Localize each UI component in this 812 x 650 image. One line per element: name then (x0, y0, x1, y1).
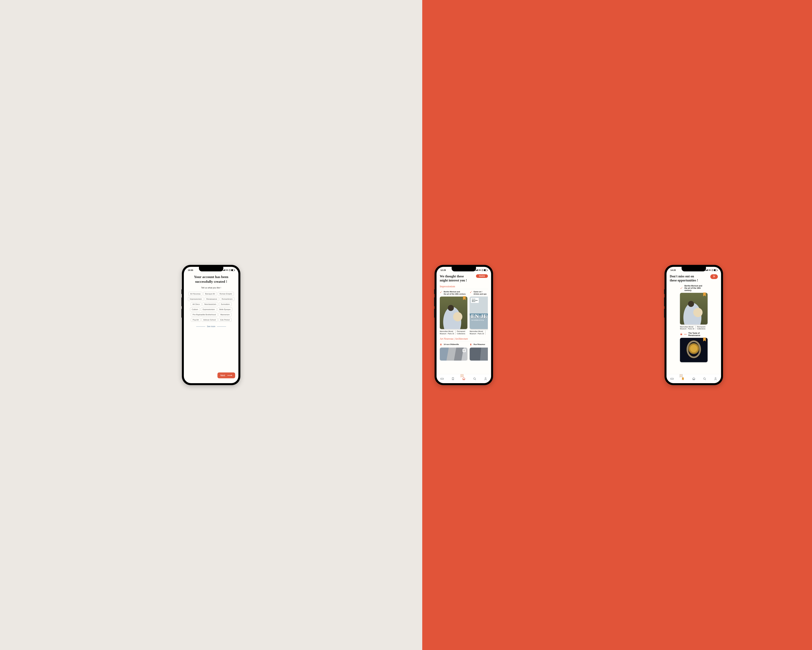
nav-search[interactable] (701, 376, 708, 382)
battery-icon (714, 269, 717, 271)
gift-icon (680, 333, 682, 336)
card-image (680, 293, 708, 324)
chip-surrealism[interactable]: Surrealism (219, 302, 232, 306)
notch (199, 267, 223, 271)
sim-badge: 5 (712, 269, 713, 271)
network-label: 4G (708, 269, 711, 271)
chip-mannerism[interactable]: Mannerism (218, 313, 231, 317)
reco-card-abbeville[interactable]: 14 rue d'Abbeville (440, 343, 467, 361)
section-impressionism: Impressionism (440, 285, 488, 289)
battery-icon (231, 269, 235, 271)
sim-badge: 5 (229, 269, 230, 271)
chip-cubism[interactable]: Cubism (190, 307, 200, 311)
signal-icon (223, 269, 225, 271)
nav-museum[interactable] (690, 376, 697, 382)
nav-ticket[interactable] (669, 376, 675, 382)
bottom-nav (437, 374, 491, 383)
svg-point-6 (715, 378, 716, 379)
brush-icon (440, 291, 443, 294)
chip-renaissance[interactable]: Renaissance (205, 297, 219, 301)
signal-icon (705, 269, 708, 271)
section-art-nouveau: Art Nouveau | Architecture (440, 337, 488, 341)
network-label: 4G (479, 269, 481, 271)
svg-point-2 (714, 275, 714, 276)
brush-icon (680, 287, 683, 290)
svg-point-5 (704, 378, 705, 379)
see-more-button[interactable]: See more (187, 325, 235, 327)
filter-button[interactable] (710, 274, 718, 279)
nav-ticket[interactable] (439, 376, 445, 382)
svg-point-3 (714, 276, 714, 277)
card-image: Musée Marmottan Monet (470, 297, 488, 329)
svg-point-1 (485, 378, 486, 379)
next-button[interactable]: Next (217, 372, 235, 378)
page-title: Your account has been successfully creat… (187, 275, 235, 284)
status-time: 12:29 (440, 269, 446, 271)
reco-card-morisot[interactable]: Berthe Morisot andthe art of the 18th ce… (440, 291, 467, 335)
svg-point-4 (714, 277, 714, 277)
card-image (680, 338, 708, 362)
page-title: Don't miss out on these opportunities ! (670, 274, 698, 283)
nav-bookmark-active[interactable] (680, 376, 686, 382)
chip-art-deco[interactable]: Art Deco (191, 302, 201, 306)
battery-icon (484, 269, 487, 271)
notch (452, 267, 476, 271)
network-label: 4G (226, 269, 228, 271)
chip-roman-empire[interactable]: Roman Empire (218, 292, 234, 296)
nav-search[interactable] (472, 376, 478, 382)
pin-icon (440, 343, 443, 347)
more-dots-icon: ••• (684, 333, 687, 335)
bottom-nav (667, 374, 721, 383)
chip-art-nouveau[interactable]: Art Nouveau (188, 292, 202, 296)
bookmark-outline-icon[interactable] (462, 349, 466, 352)
status-time: 19:00 (188, 269, 193, 271)
brush-icon (470, 291, 472, 294)
svg-point-0 (473, 378, 475, 379)
city-pill[interactable]: PARIS (476, 274, 488, 278)
nav-profile[interactable] (712, 376, 719, 382)
status-time: 14:20 (670, 269, 676, 271)
card-image (440, 347, 467, 361)
arrow-right-icon (227, 375, 232, 376)
phone-onboarding: 19:00 4G 5 Your account has been success… (182, 265, 240, 385)
chip-edo-period[interactable]: Edo Period (218, 318, 231, 322)
nav-profile[interactable] (482, 376, 489, 382)
card-image (470, 347, 488, 361)
chip-belle-poque[interactable]: Belle Époque (218, 307, 232, 311)
reco-card-gameon[interactable]: Game on !Artists and spo Musée Marmottan… (470, 291, 488, 335)
phone-opportunities: 14:20 4G 5 Don't miss out on these oppor… (664, 265, 723, 385)
chip-pop-art[interactable]: Pop Art (191, 318, 201, 322)
chip-neoclassicism[interactable]: Neoclassicism (203, 302, 218, 306)
bookmark-ribbon-icon[interactable] (703, 338, 706, 342)
chip-impressionism[interactable]: Impressionism (188, 297, 203, 301)
card-image (440, 297, 467, 329)
chip-romanticism[interactable]: Romanticism (220, 297, 234, 301)
chip-expressionism[interactable]: Expressionism (201, 307, 217, 311)
nav-museum-active[interactable] (461, 376, 467, 382)
page-title: We thought these might interest you ! (440, 274, 467, 283)
notch (682, 267, 706, 271)
interest-chips: Art NouveauBaroque ArtRoman EmpireImpres… (187, 292, 235, 322)
phone-recommendations: 12:29 4G 5 We thought these might intere… (435, 265, 493, 385)
chip-baroque-art[interactable]: Baroque Art (203, 292, 217, 296)
chip-pre-raphaelite-brotherhood[interactable]: Pre-Raphaelite Brotherhood (191, 313, 218, 317)
signal-icon (476, 269, 478, 271)
sliders-icon (713, 275, 716, 278)
sim-badge: 5 (482, 269, 483, 271)
nav-bookmark[interactable] (450, 376, 456, 382)
opportunity-card-morisot[interactable]: Berthe Morisot andthe art of the 18th ce… (680, 285, 708, 330)
page-subtitle: Tell us what you like ! (187, 286, 235, 289)
bookmark-ribbon-icon[interactable] (463, 296, 466, 300)
pin-icon (470, 343, 472, 347)
reco-card-reaumur[interactable]: Rue Réaumur (470, 343, 488, 361)
chip-ashcan-school[interactable]: Ashcan School (201, 318, 218, 322)
museum-plaque: Musée Marmottan Monet (471, 298, 479, 303)
opportunity-card-renaissance[interactable]: ••• The Taste of Renaissance (680, 332, 708, 362)
bookmark-ribbon-icon[interactable] (703, 292, 706, 297)
